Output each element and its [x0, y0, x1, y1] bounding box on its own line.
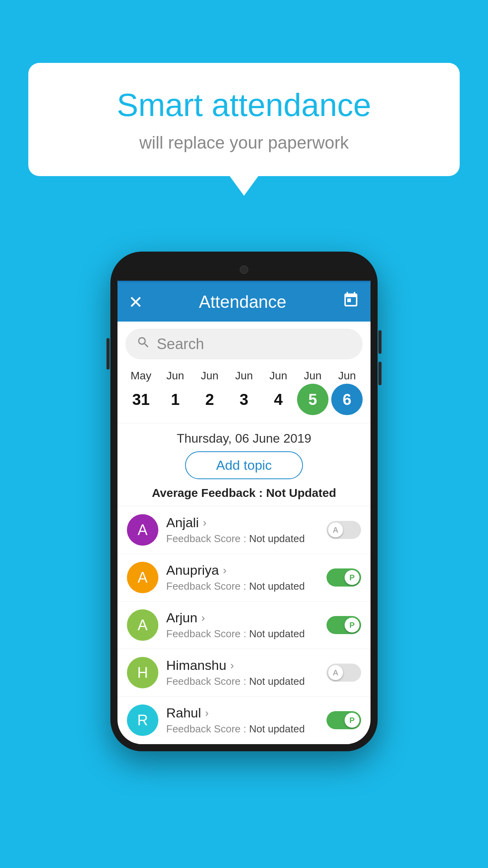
cal-date-6[interactable]: 6	[331, 384, 363, 415]
cal-date-4[interactable]: 4	[262, 384, 294, 415]
student-info-anupriya[interactable]: Anupriya ›Feedback Score : Not updated	[166, 563, 327, 592]
search-icon	[136, 335, 150, 353]
student-list: AAnjali ›Feedback Score : Not updatedAAA…	[117, 506, 371, 744]
speech-bubble: Smart attendance will replace your paper…	[28, 63, 460, 176]
student-name-himanshu[interactable]: Himanshu ›	[166, 658, 327, 673]
chevron-icon: ›	[223, 564, 226, 577]
cal-month-6: Jun	[331, 370, 363, 382]
student-name-anjali[interactable]: Anjali ›	[166, 515, 327, 530]
student-info-himanshu[interactable]: Himanshu ›Feedback Score : Not updated	[166, 658, 327, 688]
cal-month-0: May	[125, 370, 157, 382]
avatar-anjali: A	[127, 514, 158, 546]
cal-date-3[interactable]: 3	[228, 384, 260, 415]
chevron-icon: ›	[230, 659, 234, 672]
student-item-1: AAnupriya ›Feedback Score : Not updatedP	[117, 554, 371, 601]
search-bar[interactable]: Search	[125, 329, 363, 359]
student-info-arjun[interactable]: Arjun ›Feedback Score : Not updated	[166, 610, 327, 640]
search-placeholder: Search	[157, 336, 204, 353]
avatar-himanshu: H	[127, 657, 158, 688]
student-feedback-himanshu: Feedback Score : Not updated	[166, 675, 327, 688]
toggle-rahul[interactable]: P	[327, 711, 361, 729]
avatar-rahul: R	[127, 704, 158, 736]
calendar-icon[interactable]	[342, 291, 360, 313]
calendar-dates: 31 1 2 3 4 5 6	[117, 384, 371, 415]
cal-month-1: Jun	[160, 370, 191, 382]
student-feedback-arjun: Feedback Score : Not updated	[166, 628, 327, 640]
cal-date-5[interactable]: 5	[297, 384, 328, 415]
phone-notch-bar	[117, 259, 371, 281]
chevron-icon: ›	[201, 612, 205, 624]
cal-month-2: Jun	[194, 370, 226, 382]
cal-month-3: Jun	[228, 370, 260, 382]
phone-notch	[220, 262, 268, 277]
student-info-anjali[interactable]: Anjali ›Feedback Score : Not updated	[166, 515, 327, 545]
toggle-anupriya[interactable]: P	[327, 568, 361, 587]
app-bar: ✕ Attendance	[117, 282, 371, 322]
app-title: Attendance	[199, 292, 286, 312]
toggle-himanshu[interactable]: A	[327, 664, 361, 682]
student-feedback-anupriya: Feedback Score : Not updated	[166, 580, 327, 592]
power-button	[106, 338, 110, 370]
phone-screen: 14:29 ▼ ▲ ▮ ✕ Attendance	[117, 259, 371, 744]
student-name-rahul[interactable]: Rahul ›	[166, 705, 327, 721]
feedback-prefix: Average Feedback :	[152, 486, 266, 499]
student-item-2: AArjun ›Feedback Score : Not updatedP	[117, 601, 371, 649]
toggle-anjali[interactable]: A	[327, 521, 361, 539]
student-info-rahul[interactable]: Rahul ›Feedback Score : Not updated	[166, 705, 327, 735]
toggle-arjun[interactable]: P	[327, 616, 361, 634]
avatar-arjun: A	[127, 609, 158, 641]
cal-month-4: Jun	[262, 370, 294, 382]
phone-wrapper: 14:29 ▼ ▲ ▮ ✕ Attendance	[110, 252, 378, 751]
student-name-arjun[interactable]: Arjun ›	[166, 610, 327, 625]
cal-month-5: Jun	[297, 370, 328, 382]
selected-date: Thursday, 06 June 2019	[117, 423, 371, 451]
bubble-subtitle: will replace your paperwork	[60, 133, 428, 153]
phone-camera	[240, 265, 248, 274]
calendar-months: May Jun Jun Jun Jun Jun Jun	[117, 370, 371, 382]
cal-date-2[interactable]: 2	[194, 384, 226, 415]
volume-up-button	[378, 330, 382, 354]
chevron-icon: ›	[205, 707, 209, 719]
volume-down-button	[378, 362, 382, 385]
avatar-anupriya: A	[127, 562, 158, 593]
speech-bubble-container: Smart attendance will replace your paper…	[28, 63, 460, 176]
add-topic-button[interactable]: Add topic	[185, 451, 303, 479]
phone-outer: 14:29 ▼ ▲ ▮ ✕ Attendance	[110, 252, 378, 751]
student-feedback-rahul: Feedback Score : Not updated	[166, 723, 327, 735]
cal-date-1[interactable]: 1	[160, 384, 191, 415]
close-icon[interactable]: ✕	[128, 292, 143, 312]
student-item-0: AAnjali ›Feedback Score : Not updatedA	[117, 506, 371, 554]
student-feedback-anjali: Feedback Score : Not updated	[166, 533, 327, 545]
student-name-anupriya[interactable]: Anupriya ›	[166, 563, 327, 578]
feedback-value: Not Updated	[266, 486, 336, 499]
feedback-note: Average Feedback : Not Updated	[117, 486, 371, 506]
calendar-strip: May Jun Jun Jun Jun Jun Jun 31 1 2 3 4 5…	[117, 366, 371, 423]
cal-date-31[interactable]: 31	[125, 384, 157, 415]
chevron-icon: ›	[203, 517, 206, 529]
bubble-title: Smart attendance	[60, 86, 428, 123]
student-item-3: HHimanshu ›Feedback Score : Not updatedA	[117, 649, 371, 697]
student-item-4: RRahul ›Feedback Score : Not updatedP	[117, 697, 371, 744]
